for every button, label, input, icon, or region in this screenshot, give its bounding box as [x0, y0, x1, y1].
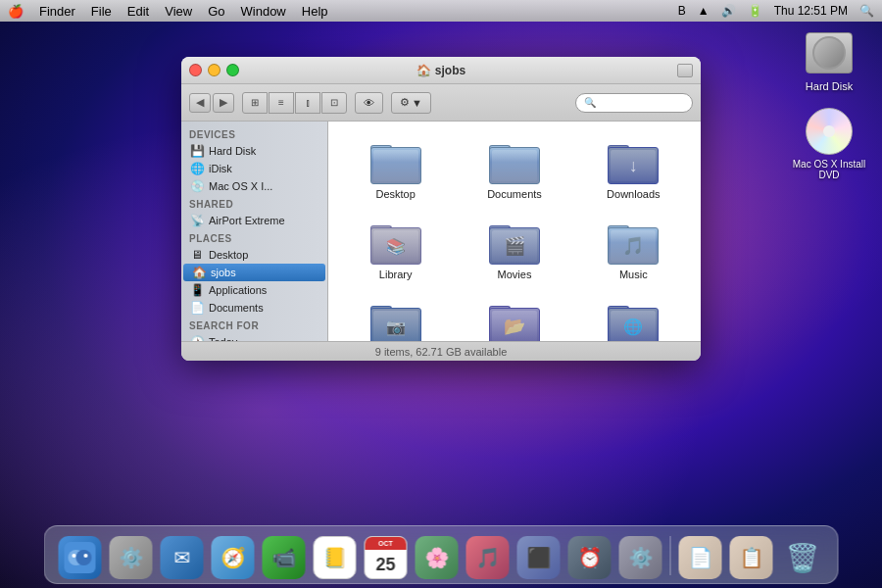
- toolbar-toggle-button[interactable]: [677, 64, 693, 77]
- back-button[interactable]: ◀: [189, 93, 211, 113]
- dock-item-facetime[interactable]: 📹: [261, 532, 308, 579]
- file-item-music[interactable]: 🎵 Music: [578, 214, 689, 286]
- dock-item-preview2[interactable]: 📋: [728, 532, 775, 579]
- status-bar: 9 items, 62.71 GB available: [181, 341, 701, 361]
- eye-icon: 👁: [364, 97, 374, 109]
- menubar-view[interactable]: View: [165, 4, 192, 19]
- search-box[interactable]: 🔍: [575, 93, 693, 113]
- file-label-downloads: Downloads: [607, 188, 660, 200]
- folder-icon-sites: 🌐: [608, 300, 659, 341]
- dock-item-sc[interactable]: ⚙️: [108, 532, 155, 579]
- dock-item-iphoto[interactable]: 🌸: [414, 532, 461, 579]
- eye-button[interactable]: 👁: [355, 92, 383, 114]
- dock-item-itunes[interactable]: 🎵: [465, 532, 512, 579]
- sidebar-item-sjobs[interactable]: 🏠 sjobs: [183, 264, 325, 281]
- folder-icon-public: 📂: [489, 300, 540, 341]
- preview2-dock-icon: 📋: [730, 536, 773, 579]
- idisk-sidebar-icon: 🌐: [189, 162, 205, 175]
- gear-icon: ⚙: [400, 96, 410, 109]
- facetime-dock-icon: 📹: [263, 536, 306, 579]
- sidebar-item-applications[interactable]: 📱 Applications: [181, 281, 327, 299]
- dock-item-sysprefs[interactable]: ⚙️: [617, 532, 664, 579]
- view-buttons: ⊞ ≡ ⫿ ⊡: [242, 92, 347, 114]
- action-chevron: ▼: [412, 97, 422, 109]
- battery-icon: 🔋: [748, 4, 762, 18]
- title-bar: 🏠 sjobs: [181, 57, 701, 84]
- file-label-documents: Documents: [487, 188, 542, 200]
- cover-flow-button[interactable]: ⊡: [321, 92, 347, 114]
- menubar-finder[interactable]: Finder: [39, 4, 75, 19]
- preview1-dock-icon: 📄: [679, 536, 722, 579]
- menubar-right: B ▲ 🔊 🔋 Thu 12:51 PM 🔍: [678, 4, 874, 18]
- dock-item-spaces[interactable]: ⬛: [515, 532, 563, 579]
- sidebar-desktop-label: Desktop: [209, 249, 248, 261]
- toolbar: ◀ ▶ ⊞ ≡ ⫿ ⊡ 👁 ⚙ ▼ 🔍: [181, 84, 701, 122]
- clock: Thu 12:51 PM: [774, 4, 848, 18]
- trash-dock-icon: 🗑️: [781, 536, 824, 579]
- menubar-edit[interactable]: Edit: [127, 4, 149, 19]
- file-item-desktop[interactable]: Desktop: [340, 133, 451, 206]
- file-label-music: Music: [619, 269, 648, 280]
- sidebar-harddisk-label: Hard Disk: [209, 145, 256, 157]
- forward-button[interactable]: ▶: [213, 93, 234, 113]
- sjobs-sidebar-icon: 🏠: [191, 266, 207, 279]
- action-button[interactable]: ⚙ ▼: [391, 92, 431, 114]
- window-controls: [189, 64, 239, 76]
- file-item-public[interactable]: 📂 Public: [459, 294, 569, 341]
- desktop-icon-dvd[interactable]: Mac OS X Install DVD: [790, 108, 868, 180]
- sidebar-section-places: PLACES: [181, 229, 327, 246]
- main-content: DEVICES 💾 Hard Disk 🌐 iDisk 💿 Mac OS X I…: [181, 122, 701, 341]
- close-button[interactable]: [189, 64, 202, 76]
- file-label-library: Library: [379, 269, 413, 280]
- window-title: 🏠 sjobs: [416, 64, 466, 77]
- dock-item-safari[interactable]: 🧭: [210, 532, 257, 579]
- sidebar: DEVICES 💾 Hard Disk 🌐 iDisk 💿 Mac OS X I…: [181, 122, 328, 341]
- svg-point-2: [76, 550, 92, 565]
- sidebar-item-desktop[interactable]: 🖥 Desktop: [181, 246, 327, 264]
- sidebar-item-today[interactable]: 🕐 Today: [181, 333, 327, 341]
- finder-window: 🏠 sjobs ◀ ▶ ⊞ ≡ ⫿ ⊡ 👁 ⚙ ▼ 🔍 DEVICES: [181, 57, 701, 361]
- search-menubar-icon[interactable]: 🔍: [859, 4, 874, 18]
- menubar-go[interactable]: Go: [208, 4, 224, 19]
- maximize-button[interactable]: [226, 64, 239, 76]
- bluetooth-icon: B: [678, 4, 686, 18]
- nav-buttons: ◀ ▶: [189, 93, 234, 113]
- menubar-file[interactable]: File: [91, 4, 112, 19]
- file-item-pictures[interactable]: 📷 Pictures: [340, 294, 451, 341]
- dock-item-ical[interactable]: OCT 25: [363, 532, 410, 579]
- file-grid: Desktop Documents ↓ Downloads: [328, 122, 701, 341]
- minimize-button[interactable]: [208, 64, 220, 76]
- sidebar-item-airport[interactable]: 📡 AirPort Extreme: [181, 212, 327, 229]
- sidebar-item-harddisk[interactable]: 💾 Hard Disk: [181, 142, 327, 160]
- apple-menu[interactable]: 🍎: [8, 4, 24, 19]
- list-view-button[interactable]: ≡: [269, 92, 294, 114]
- safari-dock-icon: 🧭: [212, 536, 255, 579]
- desktop-icon-harddisk[interactable]: Hard Disk: [790, 29, 868, 92]
- sidebar-applications-label: Applications: [209, 284, 267, 296]
- harddisk-graphic: [806, 29, 853, 76]
- menubar-help[interactable]: Help: [302, 4, 328, 19]
- sidebar-item-idisk[interactable]: 🌐 iDisk: [181, 160, 327, 177]
- file-item-movies[interactable]: 🎬 Movies: [459, 214, 569, 286]
- column-view-button[interactable]: ⫿: [295, 92, 320, 114]
- dock-item-preview1[interactable]: 📄: [677, 532, 724, 579]
- sidebar-item-documents[interactable]: 📄 Documents: [181, 299, 327, 317]
- dock-item-addressbook[interactable]: 📒: [312, 532, 359, 579]
- menubar-window[interactable]: Window: [241, 4, 286, 19]
- dock-item-trash[interactable]: 🗑️: [779, 532, 826, 579]
- volume-icon: 🔊: [721, 4, 736, 18]
- window-title-text: sjobs: [435, 64, 466, 77]
- dock-item-timemachine[interactable]: ⏰: [566, 532, 613, 579]
- file-item-downloads[interactable]: ↓ Downloads: [578, 133, 689, 206]
- menubar: 🍎 Finder File Edit View Go Window Help B…: [0, 0, 882, 22]
- dock-item-mail[interactable]: ✉: [159, 532, 206, 579]
- desktop-sidebar-icon: 🖥: [189, 248, 205, 262]
- sysprefs-dock-icon: ⚙️: [619, 536, 662, 579]
- icon-view-button[interactable]: ⊞: [242, 92, 268, 114]
- sidebar-item-macos[interactable]: 💿 Mac OS X I...: [181, 177, 327, 195]
- file-item-library[interactable]: 📚 Library: [340, 214, 451, 286]
- file-item-documents[interactable]: Documents: [459, 133, 569, 206]
- search-icon: 🔍: [584, 97, 596, 108]
- dock-item-finder[interactable]: [57, 532, 104, 579]
- file-item-sites[interactable]: 🌐 Sites: [578, 294, 689, 341]
